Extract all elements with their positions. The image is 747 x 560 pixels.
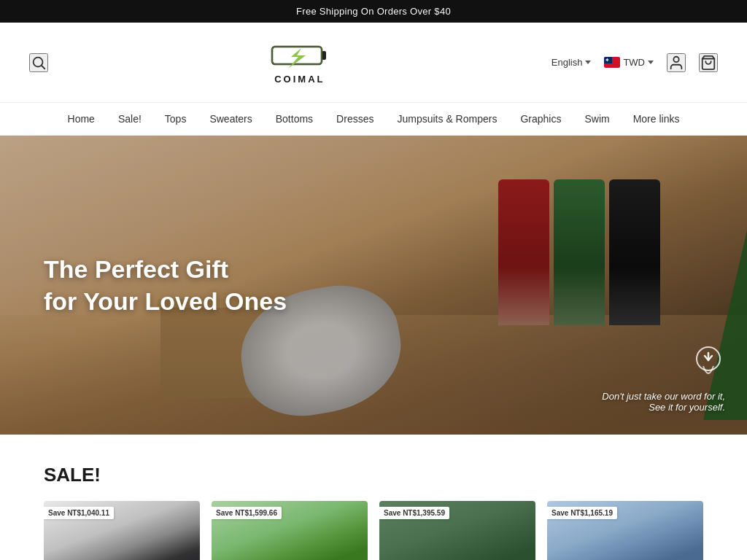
- language-label: English: [551, 57, 583, 68]
- hero-headline-line2: for Your Loved Ones: [44, 287, 287, 315]
- product-card-4[interactable]: Save NT$1,165.19: [547, 501, 703, 560]
- sale-section-title: SALE!: [44, 464, 703, 486]
- announcement-text: Free Shipping On Orders Over $40: [296, 6, 451, 17]
- nav-item-dresses[interactable]: Dresses: [325, 103, 385, 135]
- svg-point-0: [34, 57, 43, 66]
- account-button[interactable]: [667, 53, 686, 72]
- product-image-4: Save NT$1,165.19: [547, 501, 703, 560]
- main-navigation: Home Sale! Tops Sweaters Bottoms Dresses…: [0, 103, 747, 136]
- logo-text: COIMAL: [274, 74, 325, 85]
- hero-coat-red: [498, 179, 549, 325]
- hero-coat-green: [554, 179, 605, 325]
- logo-icon: [271, 41, 329, 72]
- product-grid: Save NT$1,040.11 Save NT$1,599.66 Save N…: [44, 501, 703, 560]
- currency-selector[interactable]: TWD: [604, 57, 654, 68]
- product-card-2[interactable]: Save NT$1,599.66: [212, 501, 368, 560]
- nav-item-bottoms[interactable]: Bottoms: [264, 103, 325, 135]
- search-icon: [31, 55, 47, 71]
- product-card-1[interactable]: Save NT$1,040.11: [44, 501, 200, 560]
- svg-point-6: [673, 56, 678, 61]
- taiwan-flag-icon: [604, 57, 620, 68]
- hero-text-block: The Perfect Gift for Your Loved Ones: [44, 253, 287, 317]
- product-image-1: Save NT$1,040.11: [44, 501, 200, 560]
- sale-section: SALE! Save NT$1,040.11 Save NT$1,599.66 …: [0, 435, 747, 560]
- nav-item-swim[interactable]: Swim: [573, 103, 621, 135]
- svg-line-1: [42, 66, 44, 69]
- header-right: English TWD: [551, 53, 718, 72]
- nav-item-home[interactable]: Home: [56, 103, 107, 135]
- svg-rect-3: [322, 51, 326, 60]
- language-chevron-icon: [585, 61, 591, 64]
- hero-tagline-line1: Don't just take our word for it,: [602, 391, 725, 402]
- hero-headline: The Perfect Gift for Your Loved Ones: [44, 253, 287, 317]
- hero-banner[interactable]: The Perfect Gift for Your Loved Ones Don…: [0, 136, 747, 435]
- product-card-3[interactable]: Save NT$1,395.59: [379, 501, 535, 560]
- currency-chevron-icon: [648, 61, 654, 64]
- save-badge-4: Save NT$1,165.19: [547, 507, 617, 519]
- nav-item-graphics[interactable]: Graphics: [508, 103, 573, 135]
- header-left: [29, 53, 48, 72]
- hero-clothes-rack: [470, 158, 689, 420]
- save-badge-3: Save NT$1,395.59: [379, 507, 449, 519]
- logo-container[interactable]: COIMAL: [271, 41, 329, 85]
- hero-headline-line1: The Perfect Gift: [44, 255, 228, 283]
- account-icon: [668, 55, 684, 71]
- svg-marker-4: [288, 48, 306, 69]
- search-button[interactable]: [29, 53, 48, 72]
- language-selector[interactable]: English: [551, 57, 592, 68]
- swipe-hint-icon: [692, 344, 725, 391]
- announcement-bar: Free Shipping On Orders Over $40: [0, 0, 747, 23]
- nav-item-sweaters[interactable]: Sweaters: [198, 103, 263, 135]
- hero-coat-black: [609, 179, 660, 325]
- nav-item-jumpsuits[interactable]: Jumpsuits & Rompers: [385, 103, 508, 135]
- nav-item-sale[interactable]: Sale!: [107, 103, 153, 135]
- nav-item-more-links[interactable]: More links: [622, 103, 692, 135]
- product-image-3: Save NT$1,395.59: [379, 501, 535, 560]
- cart-icon: [700, 55, 716, 71]
- currency-label: TWD: [623, 57, 645, 68]
- product-image-2: Save NT$1,599.66: [212, 501, 368, 560]
- hero-tagline: Don't just take our word for it, See it …: [602, 391, 725, 413]
- cart-button[interactable]: [699, 53, 718, 72]
- save-badge-2: Save NT$1,599.66: [212, 507, 282, 519]
- hero-tagline-line2: See it for yourself.: [602, 402, 725, 413]
- header: COIMAL English TWD: [0, 23, 747, 103]
- nav-item-tops[interactable]: Tops: [153, 103, 198, 135]
- save-badge-1: Save NT$1,040.11: [44, 507, 114, 519]
